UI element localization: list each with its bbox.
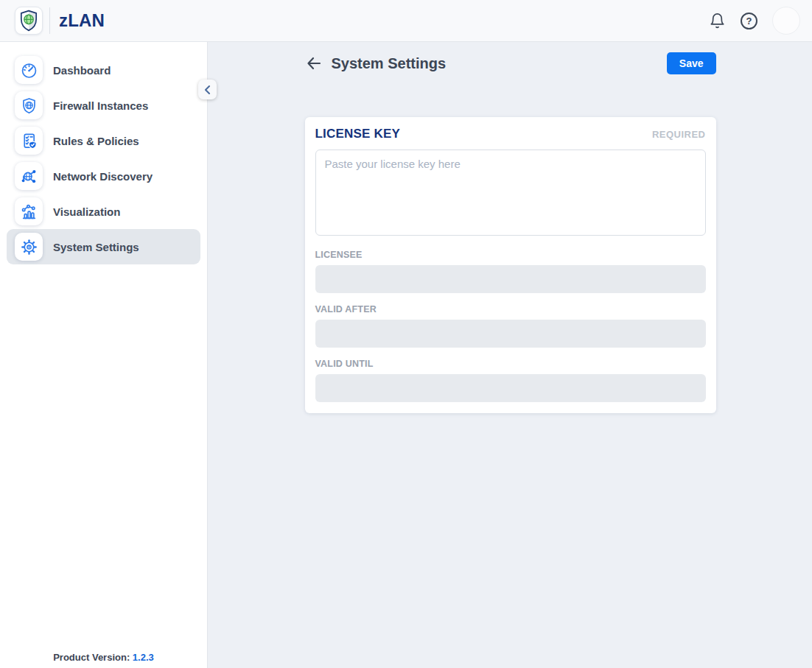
visualization-icon-tile [15,197,43,225]
sidebar: Dashboard Firewall Instances [0,42,208,668]
avatar[interactable] [772,7,800,35]
licensee-input [315,265,706,293]
sidebar-item-network-discovery[interactable]: Network Discovery [7,158,200,194]
topbar: zLAN ? [0,0,812,42]
license-key-textarea[interactable] [315,150,706,236]
shield-globe-logo-icon [19,10,38,32]
back-arrow-icon [305,55,323,72]
help-icon: ? [746,15,752,27]
topbar-divider [49,7,50,34]
sidebar-collapse-button[interactable] [198,80,217,99]
firewall-shield-icon [20,96,38,115]
licensee-label: LICENSEE [315,250,706,260]
sidebar-item-label: Network Discovery [53,170,153,183]
sidebar-nav: Dashboard Firewall Instances [0,42,207,264]
back-button[interactable] [305,55,323,72]
card-header: LICENSE KEY REQUIRED [315,127,706,141]
sidebar-item-system-settings[interactable]: System Settings [7,229,200,264]
app-logo [15,7,43,35]
product-version-number: 1.2.3 [133,652,154,663]
help-button[interactable]: ? [741,13,757,29]
valid-until-input [315,374,706,402]
card-title: LICENSE KEY [315,127,401,141]
sidebar-item-label: Dashboard [53,64,111,77]
page-title: System Settings [332,55,447,72]
sidebar-item-rules-policies[interactable]: Rules & Policies [7,123,200,158]
network-icon-tile [15,162,43,190]
product-version-label: Product Version: [53,652,130,663]
sidebar-item-label: Firewall Instances [53,99,148,112]
sidebar-item-dashboard[interactable]: Dashboard [7,52,200,88]
visualization-chart-icon [20,203,38,221]
main-content: System Settings Save LICENSE KEY REQUIRE… [209,42,812,668]
rules-checklist-icon [20,132,38,150]
sidebar-item-label: Rules & Policies [53,135,139,147]
required-badge: REQUIRED [652,129,706,140]
brand-name: zLAN [59,10,105,31]
rules-icon-tile [15,127,43,155]
bell-icon [709,13,726,29]
chevron-left-icon [203,84,212,96]
valid-after-input [315,320,706,348]
dashboard-gauge-icon [20,61,38,80]
settings-icon-tile [15,233,43,261]
dashboard-icon-tile [15,56,43,84]
firewall-icon-tile [15,91,43,119]
license-key-card: LICENSE KEY REQUIRED LICENSEE VALID AFTE… [305,117,716,413]
valid-after-label: VALID AFTER [315,304,706,314]
settings-gear-icon [20,238,38,256]
product-version: Product Version: 1.2.3 [0,652,207,663]
notifications-button[interactable] [709,13,726,29]
sidebar-item-visualization[interactable]: Visualization [7,194,200,229]
topbar-actions: ? [709,7,800,35]
valid-until-label: VALID UNTIL [315,359,706,369]
sidebar-item-firewall-instances[interactable]: Firewall Instances [7,88,200,123]
page-header: System Settings Save [305,52,716,74]
network-discovery-icon [20,167,38,186]
sidebar-item-label: System Settings [53,241,139,253]
sidebar-item-label: Visualization [53,205,120,218]
app-window: zLAN ? [0,0,812,668]
save-button[interactable]: Save [667,52,716,74]
